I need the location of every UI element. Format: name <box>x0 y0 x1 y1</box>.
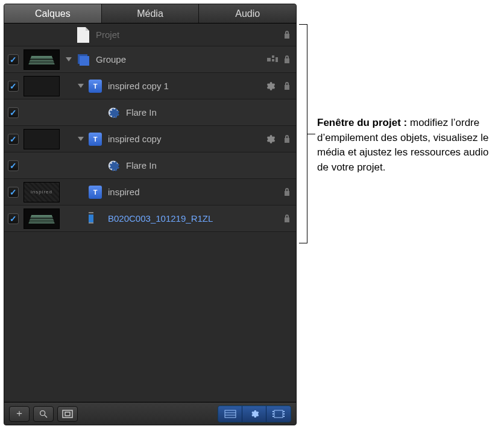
callout-title: Fenêtre du projet : <box>317 117 410 128</box>
svg-rect-2 <box>272 59 274 61</box>
row-label: Flare In <box>126 160 292 171</box>
disclosure-icon[interactable] <box>78 84 84 88</box>
svg-line-7 <box>45 415 47 418</box>
svg-rect-15 <box>272 413 274 415</box>
text-icon <box>89 186 102 199</box>
frame-button[interactable] <box>57 406 78 422</box>
visibility-checkbox[interactable] <box>8 213 19 224</box>
lock-icon[interactable] <box>282 54 292 65</box>
disclosure-icon[interactable] <box>78 137 84 141</box>
add-button[interactable]: ＋ <box>9 406 30 422</box>
lock-icon[interactable] <box>282 134 292 145</box>
lock-icon[interactable] <box>282 213 292 224</box>
visibility-checkbox[interactable] <box>8 107 19 118</box>
svg-rect-8 <box>63 410 72 418</box>
callout-text: Fenêtre du projet : modifiez l’ordre d’e… <box>317 116 499 175</box>
project-panel: Calques Média Audio Projet Groupe <box>4 4 297 425</box>
behavior-icon <box>107 106 120 119</box>
gear-icon[interactable] <box>265 134 276 145</box>
view-grid-button[interactable] <box>218 406 242 422</box>
view-segment <box>218 406 291 422</box>
svg-rect-0 <box>267 58 271 61</box>
svg-rect-19 <box>283 416 285 417</box>
isolate-icon[interactable] <box>267 54 278 65</box>
project-icon <box>77 28 90 42</box>
thumbnail <box>24 49 60 70</box>
visibility-checkbox[interactable] <box>8 187 19 198</box>
visibility-checkbox[interactable] <box>8 81 19 92</box>
thumbnail <box>24 129 60 149</box>
row-label: Groupe <box>96 54 261 64</box>
gear-icon[interactable] <box>265 81 276 92</box>
tab-audio[interactable]: Audio <box>199 4 296 23</box>
callout-bracket <box>299 24 307 243</box>
row-text-layer[interactable]: inspired copy <box>4 126 296 152</box>
row-behavior[interactable]: Flare In <box>4 152 296 179</box>
row-label: inspired <box>108 187 276 197</box>
svg-rect-10 <box>225 410 236 418</box>
clip-icon <box>89 212 102 225</box>
behavior-icon <box>107 159 120 172</box>
row-label: inspired copy <box>108 134 260 144</box>
svg-rect-18 <box>283 413 285 415</box>
row-label: inspired copy 1 <box>108 81 260 91</box>
svg-rect-9 <box>65 412 70 416</box>
view-gear-button[interactable] <box>242 406 266 422</box>
svg-rect-17 <box>283 411 285 412</box>
tab-media[interactable]: Média <box>102 4 200 23</box>
svg-rect-14 <box>272 411 274 412</box>
svg-rect-16 <box>272 416 274 417</box>
layer-rows: Projet Groupe <box>4 23 296 402</box>
thumbnail: inspired <box>24 182 60 202</box>
lock-icon[interactable] <box>282 81 292 92</box>
thumbnail <box>24 208 60 229</box>
svg-rect-13 <box>274 410 283 418</box>
thumbnail <box>24 76 60 96</box>
visibility-checkbox[interactable] <box>8 54 19 65</box>
svg-point-6 <box>40 410 45 415</box>
panel-footer: ＋ <box>4 402 296 425</box>
tab-layers[interactable]: Calques <box>4 4 102 23</box>
visibility-checkbox[interactable] <box>8 134 19 145</box>
search-button[interactable] <box>33 406 54 422</box>
row-text-layer[interactable]: inspired copy 1 <box>4 73 296 99</box>
row-behavior[interactable]: Flare In <box>4 99 296 126</box>
text-icon <box>89 133 102 146</box>
row-group[interactable]: Groupe <box>4 46 296 73</box>
lock-icon[interactable] <box>282 187 292 198</box>
row-label: Flare In <box>126 107 292 117</box>
panel-tabs: Calques Média Audio <box>4 4 296 23</box>
view-film-button[interactable] <box>266 406 291 422</box>
row-project[interactable]: Projet <box>4 23 296 46</box>
row-clip[interactable]: B020C003_101219_R1ZL <box>4 205 296 232</box>
svg-rect-1 <box>272 55 274 58</box>
lock-icon[interactable] <box>282 30 292 40</box>
group-icon <box>77 53 90 66</box>
svg-rect-3 <box>276 57 278 62</box>
visibility-checkbox[interactable] <box>8 160 19 171</box>
row-text-layer[interactable]: inspired inspired <box>4 179 296 205</box>
disclosure-icon[interactable] <box>66 57 72 61</box>
text-icon <box>89 80 102 93</box>
row-label: Projet <box>96 30 276 40</box>
row-label: B020C003_101219_R1ZL <box>108 213 276 224</box>
